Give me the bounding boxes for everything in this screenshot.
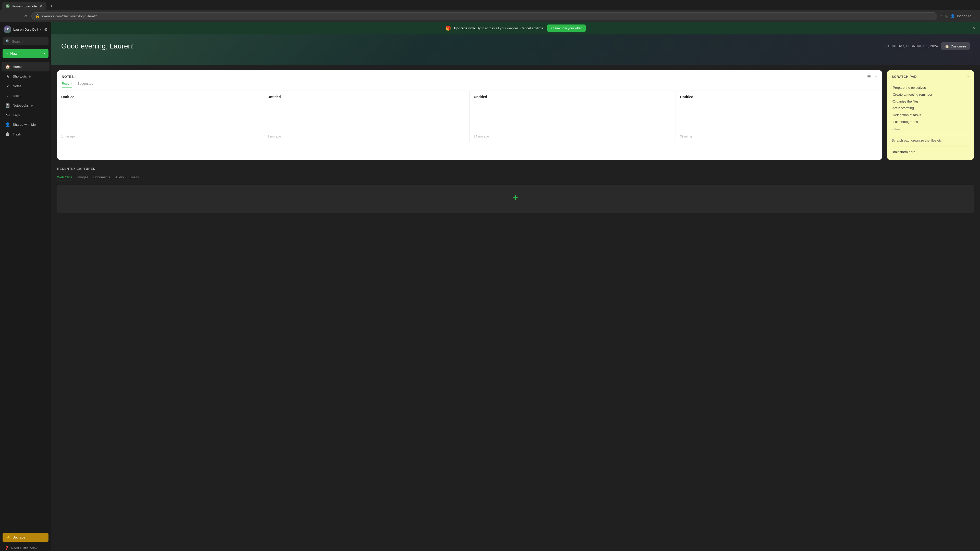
search-placeholder-text: Search (12, 40, 22, 43)
tags-icon: 🏷 (5, 113, 10, 118)
main-content: 🎁 Upgrade now. Sync across all your devi… (51, 22, 980, 551)
claim-button[interactable]: Claim now your offer (547, 24, 586, 32)
note-body-2 (474, 101, 671, 132)
sidebar-item-trash-label: Trash (13, 132, 21, 136)
customize-label: Customize (951, 44, 966, 48)
promo-text: Upgrade now. Sync across all your device… (454, 26, 544, 30)
scratch-item-4: -Delegation of tasks (892, 113, 969, 118)
sidebar-item-tags-label: Tags (13, 113, 20, 117)
note-item-1[interactable]: Untitled 1 min ago (263, 91, 469, 142)
note-body-1 (267, 101, 465, 132)
scratch-card-actions: ⋯ (965, 74, 969, 79)
capture-add-icon: + (513, 192, 518, 203)
scratch-divider (892, 135, 969, 135)
sidebar-item-notebooks-label: Notebooks (13, 103, 29, 107)
window-icon[interactable]: ⊞ (945, 14, 948, 18)
note-item-0[interactable]: Untitled 1 min ago (57, 91, 263, 142)
capture-tab-documents[interactable]: Documents (94, 175, 110, 181)
help-label: Need a little help? (11, 546, 38, 550)
capture-tab-audio[interactable]: Audio (115, 175, 124, 181)
hero-right: THURSDAY, FEBRUARY 1, 2024 🏠 Customize (886, 42, 970, 50)
capture-tab-images[interactable]: Images (77, 175, 88, 181)
incognito-label: Incognito (957, 14, 971, 18)
sidebar-item-shortcuts[interactable]: ★ Shortcuts ▶ (2, 72, 49, 81)
nav-actions: ☆ ⊞ 👤 Incognito ⋮ (940, 14, 977, 18)
cards-grid: NOTES › ☰ ⋯ Recent Suggested (57, 70, 974, 160)
notes-card-title: NOTES › (62, 75, 76, 79)
date-text: THURSDAY, FEBRUARY 1, 2024 (886, 44, 938, 48)
sidebar-item-notebooks[interactable]: 📓 Notebooks ▶ (2, 101, 49, 110)
sidebar-item-notes-label: Notes (13, 84, 21, 88)
sidebar-item-tags[interactable]: 🏷 Tags (2, 110, 49, 120)
tab-favicon: 🐘 (6, 4, 10, 8)
scratch-content[interactable]: -Prepare the objectives -Create a meetin… (887, 82, 974, 160)
note-body-0 (61, 101, 259, 132)
reload-button[interactable]: ↻ (22, 13, 29, 20)
menu-icon[interactable]: ⋮ (974, 14, 977, 18)
tab-close-button[interactable]: ✕ (39, 3, 43, 9)
sidebar-item-notes[interactable]: ✓ Notes (2, 81, 49, 91)
back-button[interactable]: ← (3, 13, 10, 19)
scratch-brainstorm-text: Brainstorm here (892, 149, 969, 155)
chevron-down-icon: ▾ (40, 27, 41, 31)
settings-icon[interactable]: ⚙ (44, 27, 48, 32)
scratch-item-0: -Prepare the objectives (892, 85, 969, 91)
scratch-more-icon[interactable]: ⋯ (965, 74, 969, 79)
note-item-2[interactable]: Untitled 24 min ago (470, 91, 676, 142)
scratch-divider-2 (892, 146, 969, 146)
scratch-item-6: etc.... (892, 126, 969, 132)
notes-card-header: NOTES › ☰ ⋯ (57, 70, 882, 82)
promo-close-button[interactable]: ✕ (973, 26, 976, 30)
help-button[interactable]: ❓ Need a little help? (3, 544, 48, 551)
note-title-1: Untitled (267, 95, 465, 99)
scratch-item-2: -Organize the files (892, 99, 969, 104)
bookmark-icon[interactable]: ☆ (940, 14, 943, 18)
incognito-icon: 👤 (950, 14, 955, 18)
address-bar[interactable]: 🔒 evernote.com/client/web?login=true#/ (32, 12, 937, 20)
forward-button[interactable]: → (13, 13, 20, 19)
search-icon: 🔍 (6, 39, 10, 43)
notes-arrow-icon[interactable]: › (75, 75, 76, 79)
note-time-1: 1 min ago (267, 135, 465, 138)
upgrade-button[interactable]: ⚡ Upgrade (3, 533, 48, 542)
capture-tabs: Web Clips Images Documents Audio Emails (57, 175, 974, 181)
avatar: LD (3, 25, 11, 33)
note-time-3: 39 min a... (680, 135, 878, 138)
username-label: Lauren Dale Deli (13, 27, 38, 32)
sidebar-item-tasks[interactable]: ✓ Tasks (2, 91, 49, 100)
promo-gift-icon: 🎁 (445, 25, 451, 31)
help-icon: ❓ (5, 546, 9, 550)
recently-captured-title: RECENTLY CAPTURED (57, 167, 95, 171)
tab-bar: 🐘 Home - Evernote ✕ + (0, 0, 980, 10)
new-chevron-icon: ▾ (43, 52, 45, 56)
recently-captured-more-icon[interactable]: ⋯ (969, 166, 974, 171)
new-plus-icon: + (6, 52, 8, 56)
capture-placeholder: + (513, 192, 518, 206)
tab-title: Home - Evernote (12, 4, 37, 8)
tab-recent[interactable]: Recent (62, 82, 72, 87)
trash-icon: 🗑 (5, 132, 10, 137)
upgrade-icon: ⚡ (6, 535, 11, 539)
notes-more-icon[interactable]: ⋯ (873, 74, 877, 79)
browser-chrome: 🐘 Home - Evernote ✕ + ← → ↻ 🔒 evernote.c… (0, 0, 980, 22)
notes-icon: ✓ (5, 84, 10, 89)
new-tab-button[interactable]: + (48, 3, 55, 10)
user-info[interactable]: LD Lauren Dale Deli ▾ (3, 25, 41, 33)
tab-suggested[interactable]: Suggested (77, 82, 93, 87)
sidebar-item-shared[interactable]: 👤 Shared with Me (2, 120, 49, 129)
new-button[interactable]: + New ▾ (3, 49, 48, 58)
note-item-3[interactable]: Untitled 39 min a... (676, 91, 882, 142)
sidebar-item-trash[interactable]: 🗑 Trash (2, 130, 49, 139)
active-tab[interactable]: 🐘 Home - Evernote ✕ (2, 2, 46, 10)
capture-tab-emails[interactable]: Emails (129, 175, 139, 181)
note-body-3 (680, 101, 878, 132)
lock-icon: 🔒 (35, 14, 40, 18)
app-container: LD Lauren Dale Deli ▾ ⚙ 🔍 Search + New ▾… (0, 22, 980, 551)
capture-tab-web-clips[interactable]: Web Clips (57, 175, 72, 181)
notebooks-expand-icon: ▶ (31, 104, 33, 107)
notes-list-view-icon[interactable]: ☰ (867, 74, 871, 79)
sidebar-item-home[interactable]: 🏠 Home (2, 62, 49, 71)
customize-button[interactable]: 🏠 Customize (941, 42, 970, 50)
shortcuts-icon: ★ (5, 74, 10, 79)
search-bar[interactable]: 🔍 Search (3, 37, 48, 45)
